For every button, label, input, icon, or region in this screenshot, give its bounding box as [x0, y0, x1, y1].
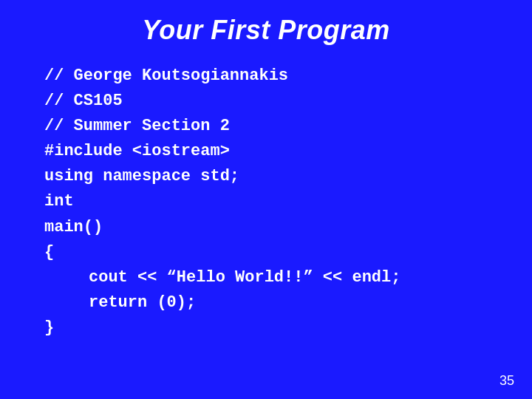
code-line-6: int	[44, 189, 502, 214]
code-line-8: {	[44, 240, 502, 265]
code-line-1: // George Koutsogiannakis	[44, 64, 502, 89]
slide: Your First Program // George Koutsogiann…	[0, 0, 532, 399]
code-line-9: cout << “Hello World!!” << endl;	[44, 265, 502, 290]
code-line-10: return (0);	[44, 290, 502, 316]
slide-title: Your First Program	[30, 15, 502, 46]
code-line-5: using namespace std;	[44, 164, 502, 189]
code-block: // George Koutsogiannakis // CS105 // Su…	[30, 64, 502, 341]
code-line-2: // CS105	[44, 89, 502, 114]
slide-number: 35	[499, 373, 514, 389]
code-line-7: main()	[44, 215, 502, 240]
code-line-4: #include <iostream>	[44, 139, 502, 164]
code-line-11: }	[44, 316, 502, 341]
code-line-3: // Summer Section 2	[44, 114, 502, 139]
